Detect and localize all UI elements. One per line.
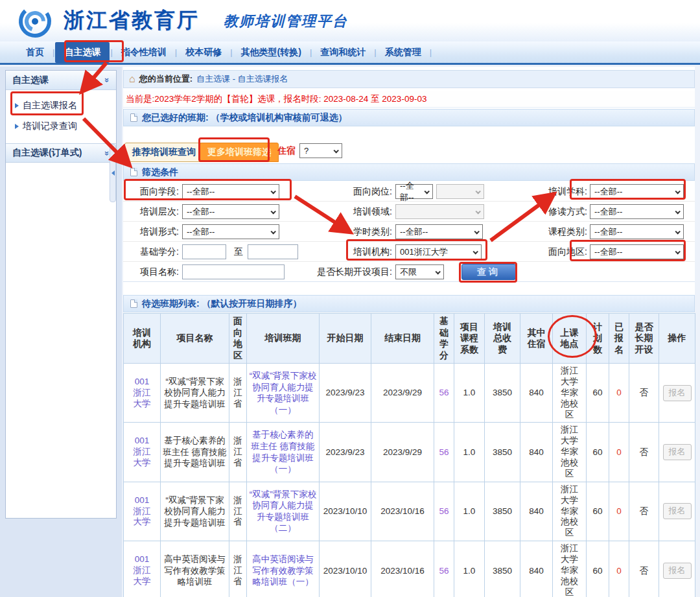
chevron-down-icon xyxy=(270,209,275,214)
nav-tab-directive-training[interactable]: 指令性培训 xyxy=(113,43,174,62)
nav-tab-system-admin[interactable]: 系统管理 xyxy=(377,43,429,62)
longterm-project-select[interactable]: 不限 xyxy=(395,264,444,279)
longterm-cell: 否 xyxy=(629,482,659,541)
table-row: 001浙江大学 “双减”背景下家校协同育人能力提升专题培训班 浙江省 “双减”背… xyxy=(124,482,695,541)
end-date-cell: 2023/9/29 xyxy=(371,364,434,423)
col-start-date: 开始日期 xyxy=(320,314,371,364)
enrolled-cell: 0 xyxy=(609,423,629,482)
base-credit-max-input[interactable] xyxy=(248,244,298,259)
chevron-down-icon xyxy=(475,189,480,194)
nav-tab-other-types[interactable]: 其他类型(转换) xyxy=(233,43,309,62)
chevron-down-icon xyxy=(675,249,680,254)
coefficient-cell: 1.0 xyxy=(454,541,485,597)
session-link[interactable]: “双减”背景下家校协同育人能力提升专题培训班（二） xyxy=(250,489,317,533)
sidebar-section-self-select[interactable]: 自主选课 » xyxy=(6,71,116,90)
nav-tab-home[interactable]: 首页 xyxy=(18,43,52,62)
nav-tab-school-research[interactable]: 校本研修 xyxy=(178,43,229,62)
target-post-sub-select[interactable] xyxy=(436,184,484,199)
project-name-cell: 基于核心素养的班主任 德育技能提升专题培训班 xyxy=(161,423,229,482)
target-region-select[interactable]: --全部-- xyxy=(590,244,684,259)
longterm-cell: 否 xyxy=(629,541,659,597)
end-date-cell: 2023/10/16 xyxy=(371,541,434,597)
filter-form: 面向学段: --全部-- 面向岗位: --全部-- 培训学科: --全部-- 培… xyxy=(123,181,695,282)
plan-cell: 60 xyxy=(587,482,609,541)
project-name-cell: “双减”背景下家校协同育人能力提升专题培训班 xyxy=(161,364,229,423)
col-project-name: 项目名称 xyxy=(161,314,229,364)
apply-button[interactable]: 报名 xyxy=(663,385,692,401)
fee-cell: 3850 xyxy=(485,482,520,541)
tab-recommended-classes[interactable]: 推荐培训班查询 xyxy=(124,143,204,162)
credit-cell: 56 xyxy=(434,541,454,597)
training-level-select[interactable]: --全部-- xyxy=(182,204,279,219)
sidebar-item-label: 自主选课报名 xyxy=(23,100,77,111)
project-name-cell: 高中英语阅读与写作有效教学策略培训班 xyxy=(161,541,229,597)
training-field-select[interactable] xyxy=(395,204,484,219)
chevron-down-icon xyxy=(675,189,680,194)
sidebar-item-list: 自主选课报名 培训记录查询 xyxy=(6,90,116,143)
sidebar-section-title: 自主选课 xyxy=(12,75,49,86)
application-window: 浙江省教育厅 教师培训管理平台 首页 | 自主选课 | 指令性培训 | 校本研修… xyxy=(0,0,700,597)
session-link[interactable]: 基于核心素养的班主任 德育技能提升专题培训班（一） xyxy=(251,430,314,474)
nav-tab-self-select[interactable]: 自主选课 xyxy=(55,42,110,63)
chevron-down-icon xyxy=(675,229,680,234)
nav-tab-query-stats[interactable]: 查询和统计 xyxy=(312,43,373,62)
org-link[interactable]: 001浙江大学 xyxy=(132,377,152,410)
training-form-select[interactable]: --全部-- xyxy=(182,224,279,239)
org-link[interactable]: 001浙江大学 xyxy=(132,495,152,528)
lodging-cell: 840 xyxy=(520,482,553,541)
project-name-input[interactable] xyxy=(182,264,285,279)
sidebar-item-enroll[interactable]: 自主选课报名 xyxy=(6,95,116,116)
breadcrumb-path[interactable]: 自主选课 - 自主选课报名 xyxy=(196,73,288,85)
sidebar-section-order-mode[interactable]: 自主选课(订单式) » xyxy=(6,143,116,163)
coefficient-cell: 1.0 xyxy=(454,423,485,482)
col-course-coefficient: 项目课程系数 xyxy=(454,314,485,364)
region-cell: 浙江省 xyxy=(233,495,243,528)
apply-button[interactable]: 报名 xyxy=(663,563,692,579)
label-project-name: 项目名称: xyxy=(123,262,179,282)
col-end-date: 结束日期 xyxy=(371,314,434,364)
training-org-select[interactable]: 001浙江大学 xyxy=(395,244,482,259)
sidebar-collapse-handle[interactable] xyxy=(110,144,116,202)
sidebar-panel: 自主选课 » 自主选课报名 培训记录查询 自主选课(订单式) » xyxy=(5,70,117,519)
hour-category-select[interactable]: --全部-- xyxy=(395,224,483,239)
session-link[interactable]: 高中英语阅读与写作有效教学策略培训班（一） xyxy=(252,554,314,587)
region-cell: 浙江省 xyxy=(233,377,243,410)
query-button[interactable]: 查询 xyxy=(461,264,516,280)
target-stage-select[interactable]: --全部-- xyxy=(182,184,279,199)
label-training-org: 培训机构: xyxy=(305,242,392,262)
triangle-left-icon xyxy=(111,170,115,176)
lodging-select[interactable]: ? xyxy=(299,143,342,158)
training-subject-select[interactable]: --全部-- xyxy=(590,184,684,199)
col-enrolled-count: 已报名 xyxy=(609,314,629,364)
label-hour-category: 学时类别: xyxy=(305,222,392,242)
sidebar-item-training-records[interactable]: 培训记录查询 xyxy=(6,116,116,137)
credit-cell: 56 xyxy=(434,364,454,423)
org-link[interactable]: 001浙江大学 xyxy=(132,554,152,587)
apply-button[interactable]: 报名 xyxy=(663,503,692,519)
section-title: 待选班期列表: （默认按开班日期排序） xyxy=(142,298,302,310)
tab-more-class-filter[interactable]: 更多培训班筛选 xyxy=(200,143,279,162)
class-sessions-table: 培训机构 项目名称 面向地区 培训班期 开始日期 结束日期 基础学分 项目课程系… xyxy=(123,313,695,597)
course-category-select[interactable]: --全部-- xyxy=(590,224,684,239)
lodging-cell: 840 xyxy=(520,364,553,423)
target-post-select[interactable]: --全部-- xyxy=(395,184,433,199)
session-link[interactable]: “双减”背景下家校协同育人能力提升专题培训班（一） xyxy=(250,371,317,415)
section-filter-conditions: 筛选条件 xyxy=(123,163,695,181)
apply-button[interactable]: 报名 xyxy=(663,444,692,460)
org-link[interactable]: 001浙江大学 xyxy=(132,436,152,469)
base-credit-min-input[interactable] xyxy=(182,244,226,259)
double-chevron-icon: » xyxy=(102,78,112,82)
enrolled-cell: 0 xyxy=(609,364,629,423)
fee-cell: 3850 xyxy=(485,541,520,597)
section-title: 您已选好的班期: （学校或培训机构审核前可退选） xyxy=(142,112,347,124)
end-date-cell: 2023/9/29 xyxy=(371,423,434,482)
label-longterm-project: 是否长期开设项目: xyxy=(305,262,392,282)
col-action: 操作 xyxy=(659,314,695,364)
col-training-org: 培训机构 xyxy=(124,314,161,364)
chevron-down-icon xyxy=(675,209,680,214)
plan-cell: 60 xyxy=(587,423,609,482)
study-mode-select[interactable]: --全部-- xyxy=(590,204,684,219)
app-title: 教师培训管理平台 xyxy=(224,12,348,31)
plan-cell: 60 xyxy=(587,541,609,597)
label-training-field: 培训领域: xyxy=(305,202,392,222)
